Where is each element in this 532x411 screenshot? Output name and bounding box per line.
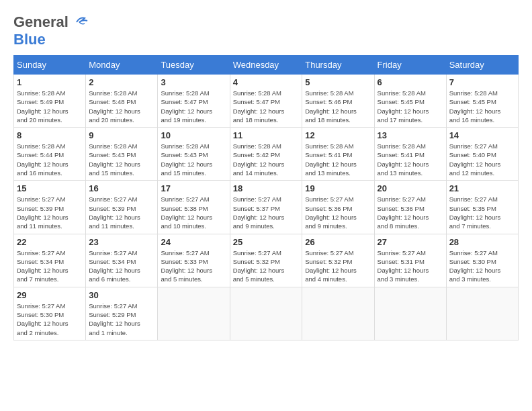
calendar-cell: 12Sunrise: 5:28 AMSunset: 5:41 PMDayligh…: [302, 128, 374, 181]
calendar-cell: 29Sunrise: 5:27 AMSunset: 5:30 PMDayligh…: [14, 287, 86, 340]
calendar-cell: [230, 287, 302, 340]
day-details: Sunrise: 5:27 AMSunset: 5:33 PMDaylight:…: [161, 248, 226, 284]
header-monday: Monday: [86, 56, 158, 75]
day-number: 22: [17, 237, 83, 247]
calendar-cell: [374, 287, 446, 340]
calendar-week-row: 29Sunrise: 5:27 AMSunset: 5:30 PMDayligh…: [14, 287, 519, 340]
day-number: 3: [161, 77, 226, 87]
day-number: 28: [449, 237, 515, 247]
calendar-cell: 18Sunrise: 5:27 AMSunset: 5:37 PMDayligh…: [230, 181, 302, 234]
day-number: 11: [233, 130, 300, 140]
day-number: 4: [233, 77, 300, 87]
calendar-cell: 17Sunrise: 5:27 AMSunset: 5:38 PMDayligh…: [158, 181, 230, 234]
day-number: 27: [378, 237, 443, 247]
day-number: 23: [89, 237, 154, 247]
header-wednesday: Wednesday: [230, 56, 302, 75]
calendar-cell: 5Sunrise: 5:28 AMSunset: 5:46 PMDaylight…: [302, 75, 374, 128]
day-details: Sunrise: 5:28 AMSunset: 5:45 PMDaylight:…: [378, 89, 443, 124]
day-details: Sunrise: 5:28 AMSunset: 5:47 PMDaylight:…: [161, 89, 226, 124]
calendar-cell: 22Sunrise: 5:27 AMSunset: 5:34 PMDayligh…: [14, 234, 86, 287]
calendar-cell: 1Sunrise: 5:28 AMSunset: 5:49 PMDaylight…: [14, 75, 86, 128]
calendar-cell: 6Sunrise: 5:28 AMSunset: 5:45 PMDaylight…: [374, 75, 446, 128]
day-number: 6: [378, 77, 443, 87]
calendar-week-row: 22Sunrise: 5:27 AMSunset: 5:34 PMDayligh…: [14, 234, 519, 287]
day-number: 9: [89, 130, 154, 140]
calendar-week-row: 15Sunrise: 5:27 AMSunset: 5:39 PMDayligh…: [14, 181, 519, 234]
day-number: 2: [89, 77, 154, 87]
header-tuesday: Tuesday: [158, 56, 230, 75]
calendar-table: Sunday Monday Tuesday Wednesday Thursday…: [13, 55, 519, 340]
calendar-week-row: 1Sunrise: 5:28 AMSunset: 5:49 PMDaylight…: [14, 75, 519, 128]
day-details: Sunrise: 5:27 AMSunset: 5:34 PMDaylight:…: [89, 248, 154, 284]
day-number: 24: [161, 237, 226, 247]
calendar-cell: 13Sunrise: 5:28 AMSunset: 5:41 PMDayligh…: [374, 128, 446, 181]
day-number: 1: [17, 77, 83, 87]
day-number: 29: [17, 290, 83, 300]
day-details: Sunrise: 5:27 AMSunset: 5:36 PMDaylight:…: [305, 195, 371, 230]
day-number: 14: [449, 130, 515, 140]
day-details: Sunrise: 5:28 AMSunset: 5:41 PMDaylight:…: [378, 142, 443, 177]
calendar-cell: 9Sunrise: 5:28 AMSunset: 5:43 PMDaylight…: [86, 128, 158, 181]
calendar-cell: 16Sunrise: 5:27 AMSunset: 5:39 PMDayligh…: [86, 181, 158, 234]
day-number: 18: [233, 183, 300, 193]
day-number: 13: [378, 130, 443, 140]
calendar-cell: 4Sunrise: 5:28 AMSunset: 5:47 PMDaylight…: [230, 75, 302, 128]
calendar-cell: 25Sunrise: 5:27 AMSunset: 5:32 PMDayligh…: [230, 234, 302, 287]
day-details: Sunrise: 5:27 AMSunset: 5:32 PMDaylight:…: [233, 248, 300, 284]
day-details: Sunrise: 5:27 AMSunset: 5:38 PMDaylight:…: [161, 195, 226, 230]
day-number: 26: [305, 237, 371, 247]
calendar-cell: 3Sunrise: 5:28 AMSunset: 5:47 PMDaylight…: [158, 75, 230, 128]
header-thursday: Thursday: [302, 56, 374, 75]
day-number: 7: [449, 77, 515, 87]
day-number: 8: [17, 130, 83, 140]
day-number: 16: [89, 183, 154, 193]
day-number: 12: [305, 130, 371, 140]
page-header: General Blue: [13, 13, 519, 48]
logo-blue-text: Blue: [13, 31, 46, 48]
calendar-cell: [302, 287, 374, 340]
calendar-cell: 21Sunrise: 5:27 AMSunset: 5:35 PMDayligh…: [446, 181, 518, 234]
day-details: Sunrise: 5:27 AMSunset: 5:35 PMDaylight:…: [449, 195, 515, 230]
day-number: 10: [161, 130, 226, 140]
calendar-cell: 15Sunrise: 5:27 AMSunset: 5:39 PMDayligh…: [14, 181, 86, 234]
day-details: Sunrise: 5:28 AMSunset: 5:48 PMDaylight:…: [89, 89, 154, 124]
calendar-cell: 24Sunrise: 5:27 AMSunset: 5:33 PMDayligh…: [158, 234, 230, 287]
logo: General Blue: [13, 13, 89, 48]
calendar-cell: 30Sunrise: 5:27 AMSunset: 5:29 PMDayligh…: [86, 287, 158, 340]
day-details: Sunrise: 5:27 AMSunset: 5:32 PMDaylight:…: [305, 248, 371, 284]
calendar-cell: 10Sunrise: 5:28 AMSunset: 5:43 PMDayligh…: [158, 128, 230, 181]
day-details: Sunrise: 5:27 AMSunset: 5:30 PMDaylight:…: [449, 248, 515, 284]
day-details: Sunrise: 5:27 AMSunset: 5:29 PMDaylight:…: [89, 302, 154, 337]
day-details: Sunrise: 5:27 AMSunset: 5:30 PMDaylight:…: [17, 302, 83, 337]
day-number: 20: [378, 183, 443, 193]
calendar-cell: 11Sunrise: 5:28 AMSunset: 5:42 PMDayligh…: [230, 128, 302, 181]
calendar-cell: [446, 287, 518, 340]
calendar-cell: 23Sunrise: 5:27 AMSunset: 5:34 PMDayligh…: [86, 234, 158, 287]
day-details: Sunrise: 5:27 AMSunset: 5:34 PMDaylight:…: [17, 248, 83, 284]
day-details: Sunrise: 5:27 AMSunset: 5:37 PMDaylight:…: [233, 195, 300, 230]
day-details: Sunrise: 5:28 AMSunset: 5:41 PMDaylight:…: [305, 142, 371, 177]
calendar-cell: 26Sunrise: 5:27 AMSunset: 5:32 PMDayligh…: [302, 234, 374, 287]
day-details: Sunrise: 5:27 AMSunset: 5:31 PMDaylight:…: [378, 248, 443, 284]
day-number: 15: [17, 183, 83, 193]
header-sunday: Sunday: [14, 56, 86, 75]
day-details: Sunrise: 5:27 AMSunset: 5:39 PMDaylight:…: [17, 195, 83, 230]
day-details: Sunrise: 5:28 AMSunset: 5:47 PMDaylight:…: [233, 89, 300, 124]
day-details: Sunrise: 5:27 AMSunset: 5:36 PMDaylight:…: [378, 195, 443, 230]
header-saturday: Saturday: [446, 56, 518, 75]
day-number: 5: [305, 77, 371, 87]
calendar-cell: 14Sunrise: 5:27 AMSunset: 5:40 PMDayligh…: [446, 128, 518, 181]
day-number: 19: [305, 183, 371, 193]
day-details: Sunrise: 5:27 AMSunset: 5:40 PMDaylight:…: [449, 142, 515, 177]
calendar-cell: 2Sunrise: 5:28 AMSunset: 5:48 PMDaylight…: [86, 75, 158, 128]
day-number: 21: [449, 183, 515, 193]
day-details: Sunrise: 5:28 AMSunset: 5:42 PMDaylight:…: [233, 142, 300, 177]
day-details: Sunrise: 5:28 AMSunset: 5:45 PMDaylight:…: [449, 89, 515, 124]
day-number: 30: [89, 290, 154, 300]
calendar-cell: 28Sunrise: 5:27 AMSunset: 5:30 PMDayligh…: [446, 234, 518, 287]
day-details: Sunrise: 5:28 AMSunset: 5:49 PMDaylight:…: [17, 89, 83, 124]
calendar-header-row: Sunday Monday Tuesday Wednesday Thursday…: [14, 56, 519, 75]
calendar-week-row: 8Sunrise: 5:28 AMSunset: 5:44 PMDaylight…: [14, 128, 519, 181]
day-details: Sunrise: 5:28 AMSunset: 5:43 PMDaylight:…: [161, 142, 226, 177]
calendar-cell: 8Sunrise: 5:28 AMSunset: 5:44 PMDaylight…: [14, 128, 86, 181]
